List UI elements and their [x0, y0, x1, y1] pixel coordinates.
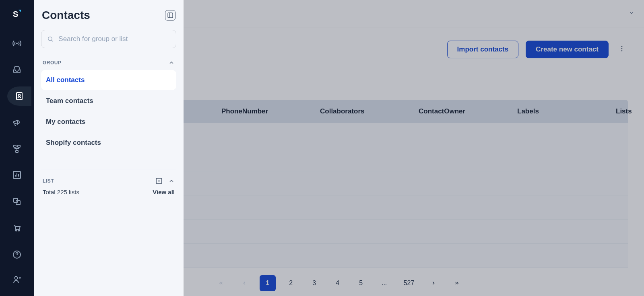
svg-point-1 [16, 43, 18, 44]
contacts-panel: Contacts GROUP All contacts Team contact… [34, 0, 184, 296]
svg-line-18 [52, 40, 53, 41]
svg-rect-4 [14, 145, 16, 147]
nav-rail: S [0, 0, 34, 296]
group-shopify-contacts[interactable]: Shopify contacts [41, 133, 176, 153]
search-input[interactable] [58, 35, 170, 43]
inbox-icon[interactable] [7, 60, 27, 80]
broadcast-icon[interactable] [7, 34, 27, 53]
search-group-list[interactable] [41, 30, 176, 48]
group-section-label: GROUP [43, 60, 62, 66]
group-team-contacts[interactable]: Team contacts [41, 91, 176, 111]
svg-point-17 [48, 37, 52, 41]
svg-point-10 [16, 230, 17, 231]
group-list: All contacts Team contacts My contacts S… [41, 70, 176, 153]
lists-total: Total 225 lists [43, 189, 79, 195]
svg-rect-6 [16, 150, 18, 152]
megaphone-icon[interactable] [7, 113, 27, 132]
collapse-panel-button[interactable] [165, 10, 175, 21]
contacts-icon[interactable] [7, 86, 31, 106]
analytics-icon[interactable] [7, 166, 27, 185]
divider [41, 169, 176, 169]
search-icon [47, 35, 54, 43]
svg-point-11 [19, 230, 20, 231]
chevron-up-icon[interactable] [168, 178, 175, 184]
group-my-contacts[interactable]: My contacts [41, 112, 176, 132]
svg-rect-5 [18, 145, 20, 147]
view-all-lists[interactable]: View all [153, 189, 175, 195]
svg-point-14 [15, 277, 18, 280]
add-list-icon[interactable] [155, 177, 163, 185]
invite-user-icon[interactable] [7, 269, 27, 290]
flow-icon[interactable] [7, 139, 27, 158]
integrations-icon[interactable] [7, 192, 27, 211]
group-all-contacts[interactable]: All contacts [41, 70, 176, 90]
help-icon[interactable] [7, 245, 27, 265]
app-logo: S [11, 8, 23, 19]
svg-point-13 [17, 256, 17, 257]
svg-text:S: S [13, 10, 18, 18]
cart-icon[interactable] [7, 218, 27, 238]
chevron-up-icon[interactable] [168, 60, 175, 66]
svg-rect-15 [168, 13, 173, 18]
svg-point-3 [19, 94, 21, 96]
panel-title: Contacts [42, 9, 90, 22]
list-section-label: LIST [43, 178, 54, 184]
